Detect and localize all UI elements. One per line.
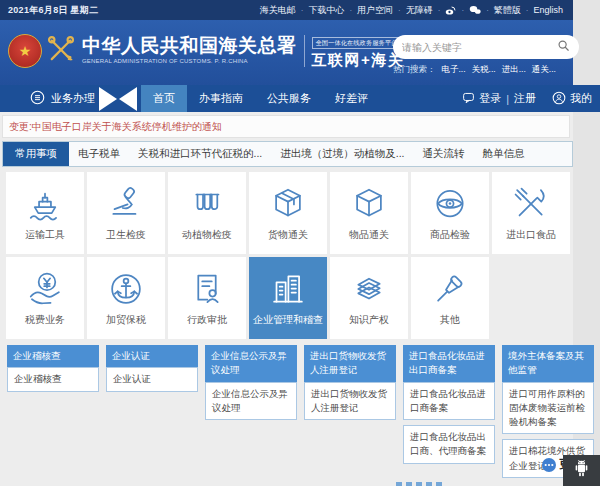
tile-label: 动植物检疫: [182, 228, 232, 242]
submenu-item[interactable]: 进口食品化妆品进口商备案: [403, 382, 495, 421]
tab-common-items[interactable]: 常用事项: [3, 142, 69, 166]
service-grid: 运输工具 卫生检疫 动植物检疫: [0, 172, 580, 339]
submenu-item[interactable]: 企业认证: [106, 367, 198, 391]
lang-english-link[interactable]: English: [533, 5, 563, 15]
brand-block: ★ 中华人民共和国海关总署 GENERAL ADMINISTRATION OF …: [8, 31, 404, 70]
business-menu-button[interactable]: 业务办理: [30, 85, 95, 112]
hot-search-link[interactable]: 电子...: [442, 64, 466, 76]
submenu-header[interactable]: 进口食品化妆品进出口商备案: [403, 345, 495, 382]
tile-label: 行政审批: [187, 313, 227, 327]
submenu-header[interactable]: 进出口货物收发货人注册登记: [304, 345, 396, 382]
category-tabs: 常用事项 电子税单 关税和进口环节代征税的... 进出境（过境）动植物及... …: [2, 141, 573, 167]
cutlery-icon: [512, 185, 550, 223]
tile-label: 知识产权: [349, 313, 389, 327]
building-icon: [269, 270, 307, 308]
more-dots-icon: [542, 458, 556, 472]
cargo-box-icon: [269, 185, 307, 223]
top-link-accessibility[interactable]: 无障碍: [406, 4, 433, 17]
chat-icon: [462, 91, 475, 106]
my-account-button[interactable]: 我的: [552, 91, 592, 107]
tab-electronic-tax-bill[interactable]: 电子税单: [69, 142, 129, 166]
submenu-col-audit: 企业稽核查 企业稽核查: [7, 345, 99, 392]
tab-animal-plant[interactable]: 进出境（过境）动植物及...: [271, 142, 413, 166]
tile-tax-business[interactable]: 税费业务: [6, 257, 84, 339]
register-link[interactable]: 注册: [514, 91, 536, 106]
lang-traditional-link[interactable]: 繁體版: [494, 4, 521, 17]
tab-manifest-info[interactable]: 舱单信息: [474, 142, 534, 166]
hot-search-link[interactable]: 进出...: [502, 64, 526, 76]
tile-goods-clearance[interactable]: 物品通关: [330, 172, 408, 254]
tile-cargo-clearance[interactable]: 货物通关: [249, 172, 327, 254]
submenu-header[interactable]: 企业信息公示及异议处理: [205, 345, 297, 382]
top-link-userspace[interactable]: 用户空间: [357, 4, 393, 17]
login-register-divider: |: [506, 93, 509, 105]
submenu-section: 企业稽核查 企业稽核查 企业认证 企业认证 企业信息公示及异议处理 企业信息公示…: [0, 345, 600, 478]
tile-label: 进出口食品: [506, 228, 556, 242]
nav-item-guide[interactable]: 办事指南: [187, 85, 255, 112]
android-overlay-button[interactable]: [563, 455, 600, 486]
login-register-group: 登录 | 注册: [462, 91, 536, 106]
separator: ·: [398, 6, 401, 15]
tile-intellectual-property[interactable]: 知识产权: [330, 257, 408, 339]
tile-enterprise-management[interactable]: 企业管理和稽查: [249, 257, 327, 339]
submenu-item[interactable]: 企业信息公示及异议处理: [205, 382, 297, 421]
notice-link[interactable]: 变更:中国电子口岸关于海关系统停机维护的通知: [9, 120, 222, 134]
submenu-header[interactable]: 企业认证: [106, 345, 198, 367]
top-utility-bar: 2021年6月8日 星期二 海关电邮 · 下载中心 · 用户空间 · 无障碍 ·…: [0, 0, 573, 20]
submenu-header[interactable]: 境外主体备案及其他监管: [502, 345, 594, 382]
tile-health-quarantine[interactable]: 卫生检疫: [87, 172, 165, 254]
tile-commodity-inspection[interactable]: 商品检验: [411, 172, 489, 254]
hot-search-link[interactable]: 关税...: [472, 64, 496, 76]
submenu-col-consignee-registration: 进出口货物收发货人注册登记 进出口货物收发货人注册登记: [304, 345, 396, 420]
tab-tariff[interactable]: 关税和进口环节代征税的...: [129, 142, 271, 166]
submenu-header[interactable]: 企业稽核查: [7, 345, 99, 367]
submenu-item[interactable]: 进口可用作原料的固体废物装运前检验机构备案: [502, 382, 594, 435]
tile-bonded-trade[interactable]: 加贸保税: [87, 257, 165, 339]
separator: ·: [486, 6, 489, 15]
submenu-item[interactable]: 进口食品化妆品出口商、代理商备案: [403, 425, 495, 464]
customs-logo-icon: [45, 33, 77, 69]
microscope-icon: [107, 185, 145, 223]
customs-homepage: 2021年6月8日 星期二 海关电邮 · 下载中心 · 用户空间 · 无障碍 ·…: [0, 0, 600, 486]
search-box[interactable]: [393, 35, 579, 59]
tile-transport[interactable]: 运输工具: [6, 172, 84, 254]
tile-admin-approval[interactable]: 行政审批: [168, 257, 246, 339]
emblem-star: ★: [19, 43, 32, 59]
nav-item-home[interactable]: 首页: [141, 85, 187, 112]
anchor-icon: [107, 270, 145, 308]
main-nav: 业务办理 首页 办事指南 公共服务 好差评 登录 | 注册 我的: [0, 85, 600, 112]
weibo-icon[interactable]: [445, 6, 456, 15]
search-icon[interactable]: [557, 38, 570, 56]
tile-other[interactable]: 其他: [411, 257, 489, 339]
tile-animal-plant-quarantine[interactable]: 动植物检疫: [168, 172, 246, 254]
submenu-item[interactable]: 企业稽核查: [7, 367, 99, 391]
site-titles: 中华人民共和国海关总署 GENERAL ADMINISTRATION OF CU…: [82, 36, 297, 64]
nav-item-public-service[interactable]: 公共服务: [255, 85, 323, 112]
hamburger-menu-icon: [30, 90, 45, 107]
search-input[interactable]: [402, 42, 557, 53]
ship-icon: [26, 185, 64, 223]
current-date: 2021年6月8日 星期二: [8, 4, 98, 17]
nav-item-rating[interactable]: 好差评: [323, 85, 380, 112]
below-fold-peek: [396, 482, 444, 486]
separator: ·: [526, 6, 529, 15]
wechat-icon[interactable]: [469, 5, 481, 15]
national-emblem-icon: ★: [8, 34, 42, 68]
platform-badge: 全国一体化在线政务服务平台: [312, 37, 402, 49]
top-link-download[interactable]: 下载中心: [308, 4, 344, 17]
android-icon: [572, 458, 591, 483]
login-link[interactable]: 登录: [479, 91, 501, 106]
search-area: 热门搜索： 电子... 关税... 进出... 通关...: [393, 35, 579, 76]
tile-label: 企业管理和稽查: [253, 313, 323, 327]
platform-block: 全国一体化在线政务服务平台 互联网+海关: [312, 31, 405, 70]
hot-search-link[interactable]: 通关...: [532, 64, 556, 76]
tab-clearance-flow[interactable]: 通关流转: [414, 142, 474, 166]
pushpin-icon: [431, 270, 469, 308]
submenu-item[interactable]: 进出口货物收发货人注册登记: [304, 382, 396, 421]
separator: ·: [438, 6, 441, 15]
top-link-mail[interactable]: 海关电邮: [260, 4, 296, 17]
site-header: ★ 中华人民共和国海关总署 GENERAL ADMINISTRATION OF …: [0, 20, 573, 85]
user-icon: [552, 91, 566, 107]
tile-food-import-export[interactable]: 进出口食品: [492, 172, 570, 254]
top-links: 海关电邮 · 下载中心 · 用户空间 · 无障碍 · · · 繁體版 · Eng…: [260, 4, 563, 17]
